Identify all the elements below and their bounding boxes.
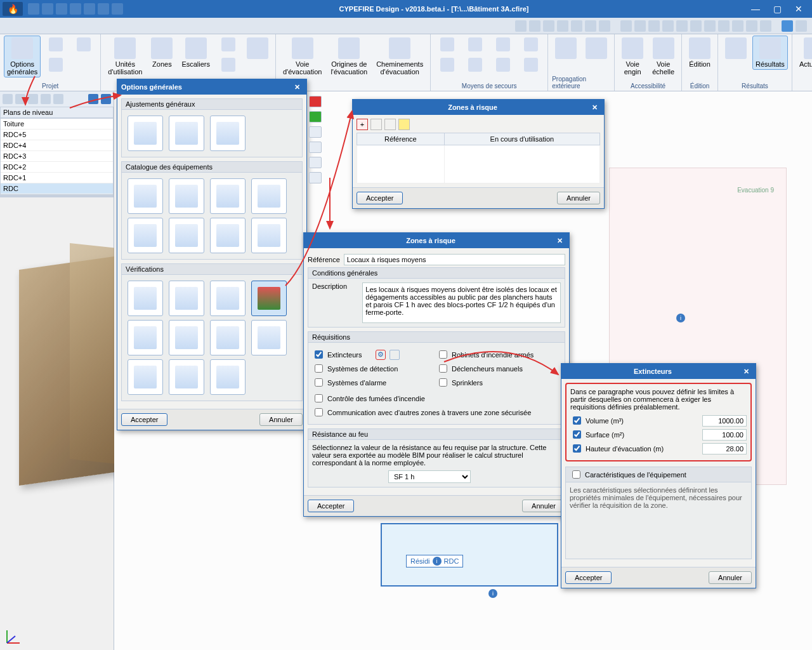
text-icon[interactable] <box>690 20 702 32</box>
chk-fumees[interactable] <box>315 394 323 402</box>
cancel-button[interactable]: Annuler <box>522 500 565 512</box>
maximize-button[interactable]: ▢ <box>766 2 788 16</box>
accept-button[interactable]: Accepter <box>565 571 612 584</box>
surface-input[interactable] <box>702 429 747 441</box>
chk-hauteur[interactable] <box>573 444 581 453</box>
calc-button[interactable] <box>722 36 750 62</box>
cancel-button[interactable]: Annuler <box>259 413 303 426</box>
actualiser-button[interactable]: Actualiser <box>796 36 812 70</box>
options-generales-button[interactable]: Options générales <box>4 36 41 77</box>
list-item[interactable]: RDC+2 <box>1 162 113 173</box>
ver-10-button[interactable] <box>169 359 204 395</box>
chk-robinets[interactable] <box>439 350 447 359</box>
resultats-button[interactable]: Résultats <box>752 36 788 70</box>
chk-surface[interactable] <box>573 430 581 439</box>
fit-icon[interactable] <box>599 20 610 32</box>
resist-select[interactable]: SF 1 h <box>388 470 471 483</box>
projet-sub1-button[interactable] <box>43 36 69 55</box>
area-icon[interactable] <box>732 20 743 32</box>
cat-sign-button[interactable] <box>210 218 246 253</box>
gear-small-icon[interactable]: ⚙ <box>376 350 386 360</box>
esc-sub1[interactable] <box>216 36 241 55</box>
lp-down-icon[interactable] <box>101 94 111 104</box>
grid-icon[interactable] <box>634 20 646 32</box>
dialog-title[interactable]: Zones à risque ✕ <box>353 100 604 115</box>
zoom-window-icon[interactable] <box>571 20 582 32</box>
redo-icon[interactable] <box>56 3 67 15</box>
snap-icon[interactable] <box>620 20 632 32</box>
info-dot-icon[interactable]: i <box>676 314 685 322</box>
detector-icon-btn[interactable] <box>462 56 488 75</box>
help-icon[interactable] <box>782 20 793 32</box>
add-icon[interactable]: + <box>357 119 368 130</box>
chk-comm[interactable] <box>315 408 323 416</box>
voie-engin-button[interactable]: Voie engin <box>619 36 646 77</box>
cat-ext-button[interactable] <box>128 178 163 214</box>
dialog-title[interactable]: Options générales ✕ <box>117 79 306 95</box>
evac-sub[interactable] <box>244 36 272 62</box>
origines-button[interactable]: Origines de l'évacuation <box>327 36 370 77</box>
lp-up-icon[interactable] <box>88 94 98 104</box>
voie-echelle-button[interactable]: Voie échelle <box>649 36 678 77</box>
ortho-icon[interactable] <box>648 20 660 32</box>
accept-button[interactable]: Accepter <box>308 500 354 512</box>
config-icon[interactable] <box>98 3 109 15</box>
dialog-title[interactable]: Zones à risque ✕ <box>304 233 569 248</box>
zones-button[interactable]: Zones <box>148 36 176 70</box>
ver-7-button[interactable] <box>210 320 246 355</box>
spray-icon-btn[interactable] <box>518 36 544 55</box>
about-icon[interactable] <box>796 20 807 32</box>
save-icon[interactable] <box>28 3 39 15</box>
close-icon[interactable]: ✕ <box>589 102 600 112</box>
opt-folder-button[interactable] <box>210 116 246 151</box>
opt-gear-button[interactable] <box>169 116 204 151</box>
ver-3-button[interactable] <box>210 281 246 316</box>
cat-detect-button[interactable] <box>210 178 246 214</box>
undo-icon[interactable] <box>42 3 53 15</box>
list-item[interactable]: RDC+1 <box>1 173 113 183</box>
opt-building-button[interactable] <box>128 116 163 151</box>
chemin-button[interactable]: Cheminements d'évacuation <box>373 36 426 77</box>
hydrant-icon-btn[interactable] <box>518 56 544 75</box>
escaliers-button[interactable]: Escaliers <box>178 36 213 70</box>
ref-input[interactable] <box>344 254 565 265</box>
minimize-button[interactable]: — <box>745 2 766 16</box>
lp-copy-icon[interactable] <box>41 94 51 104</box>
folder-icon[interactable] <box>398 119 410 130</box>
zoom-in-icon[interactable] <box>543 20 554 32</box>
side-2-icon[interactable] <box>309 142 322 153</box>
zoom-world-icon[interactable] <box>529 20 540 32</box>
close-icon[interactable]: ✕ <box>554 235 565 246</box>
side-4-icon[interactable] <box>309 172 322 183</box>
nav-icon[interactable] <box>515 20 527 32</box>
chk-alarme[interactable] <box>315 378 323 387</box>
list-item[interactable]: RDC+4 <box>1 140 113 151</box>
unites-button[interactable]: Unités d'utilisation <box>105 36 145 77</box>
side-red-icon[interactable] <box>309 96 322 107</box>
cat-alarm-button[interactable] <box>251 178 287 214</box>
list-item[interactable]: RDC+3 <box>1 151 113 162</box>
ver-5-button[interactable] <box>128 320 163 355</box>
view-3d[interactable] <box>0 195 114 650</box>
tools-icon[interactable] <box>760 20 771 32</box>
voie-button[interactable]: Voie d'évacuation <box>280 36 325 77</box>
close-button[interactable]: ✕ <box>788 2 809 16</box>
projet-sub2-button[interactable] <box>43 56 69 75</box>
chk-carac[interactable] <box>572 470 580 479</box>
zoom-out-icon[interactable] <box>557 20 568 32</box>
cancel-button[interactable]: Annuler <box>709 571 752 584</box>
side-1-icon[interactable] <box>309 126 322 138</box>
sprinkler-icon-btn[interactable] <box>490 36 516 55</box>
ver-11-button[interactable] <box>210 359 246 395</box>
side-3-icon[interactable] <box>309 157 322 168</box>
propag-button2[interactable] <box>582 36 610 62</box>
alarm-icon-btn[interactable] <box>462 36 488 55</box>
chk-detection[interactable] <box>315 364 323 373</box>
lp-add-icon[interactable] <box>3 94 13 104</box>
cat-panel-button[interactable] <box>251 218 287 253</box>
pan-icon[interactable] <box>585 20 596 32</box>
ver-2-button[interactable] <box>169 281 204 316</box>
doc-small-icon[interactable] <box>390 350 400 360</box>
lp-search-icon[interactable] <box>53 94 63 104</box>
dim-icon[interactable] <box>676 20 688 32</box>
